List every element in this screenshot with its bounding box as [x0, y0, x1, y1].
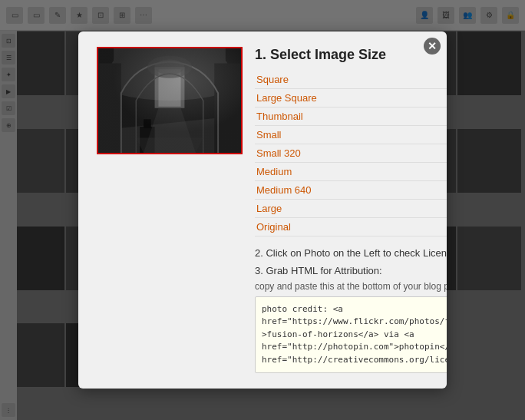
step2-label: 2. Click on Photo on the Left to check L…	[255, 247, 447, 259]
attribution-box[interactable]: photo credit: <a href="https://www.flick…	[255, 296, 447, 374]
size-dims-cell: 75 x 75	[392, 71, 447, 89]
image-preview[interactable]	[97, 47, 243, 154]
svg-rect-13	[99, 48, 241, 153]
size-panel: 1. Select Image Size Square75 x 75Downlo…	[255, 47, 447, 374]
size-dims-cell: 100 x 56	[392, 107, 447, 125]
steps-section: 2. Click on Photo on the Left to check L…	[255, 247, 447, 374]
modal-dialog: ✕	[78, 31, 447, 389]
size-name-cell: Thumbnail	[255, 107, 392, 125]
size-table: Square75 x 75DownloadLarge Square150 x 1…	[255, 71, 447, 236]
preview-image	[98, 48, 241, 153]
modal-overlay: ✕	[0, 0, 525, 420]
size-row: Medium500 x 281Download	[255, 162, 447, 180]
size-row: Square75 x 75Download	[255, 71, 447, 89]
size-name-cell: Small	[255, 125, 392, 144]
attribution-sublabel: copy and paste this at the bottom of you…	[255, 281, 447, 292]
step3-label: 3. Grab HTML for Attribution:	[255, 265, 447, 276]
close-button[interactable]: ✕	[424, 38, 441, 55]
size-row: Small 320320 x 180Download	[255, 144, 447, 162]
size-name-cell: Original	[255, 217, 392, 236]
size-dims-cell: 1024 x 575	[392, 199, 447, 217]
size-name-cell: Small 320	[255, 144, 392, 162]
size-dims-cell: 150 x 150	[392, 88, 447, 107]
size-dims-cell: 640 x 359	[392, 180, 447, 199]
size-dims-cell: 500 x 281	[392, 162, 447, 180]
size-row: Small240 x 135Download	[255, 125, 447, 144]
size-row: Thumbnail100 x 56Download	[255, 107, 447, 125]
modal-content: 1. Select Image Size Square75 x 75Downlo…	[97, 47, 428, 374]
size-name-cell: Medium	[255, 162, 392, 180]
image-panel[interactable]	[97, 47, 243, 374]
size-row: Large Square150 x 150Download	[255, 88, 447, 107]
size-dims-cell: 4224 x 2370	[392, 217, 447, 236]
size-row: Medium 640640 x 359Download	[255, 180, 447, 199]
section-title: 1. Select Image Size	[255, 47, 447, 63]
size-row: Large1024 x 575Download	[255, 199, 447, 217]
size-row: Original4224 x 2370Download	[255, 217, 447, 236]
size-name-cell: Medium 640	[255, 180, 392, 199]
size-name-cell: Large	[255, 199, 392, 217]
size-name-cell: Square	[255, 71, 392, 89]
size-dims-cell: 320 x 180	[392, 144, 447, 162]
size-name-cell: Large Square	[255, 88, 392, 107]
size-dims-cell: 240 x 135	[392, 125, 447, 144]
